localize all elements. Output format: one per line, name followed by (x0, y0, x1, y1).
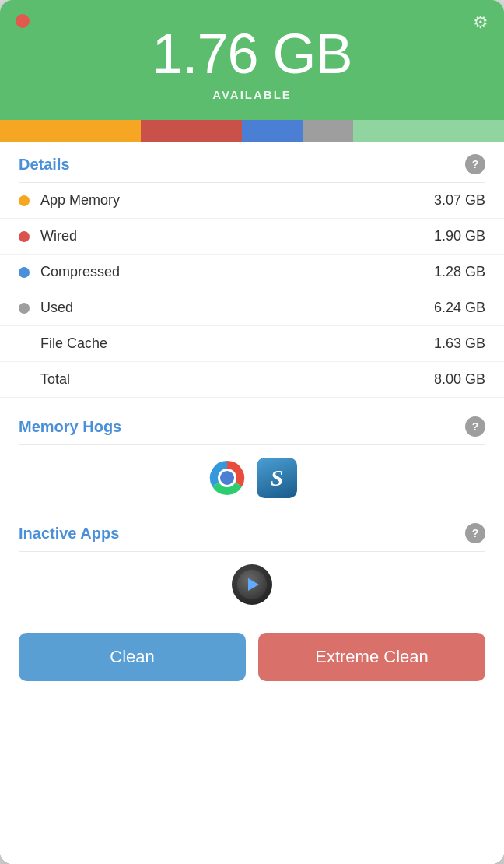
label-app-memory: App Memory (40, 192, 434, 209)
quicktime-play-triangle (248, 578, 259, 591)
memory-hogs-section: Memory Hogs ? (0, 404, 504, 511)
dot-used (19, 303, 30, 314)
label-file-cache: File Cache (40, 335, 434, 352)
value-app-memory: 3.07 GB (434, 192, 485, 209)
memory-bar (0, 120, 504, 142)
dot-app-memory (19, 195, 30, 206)
value-file-cache: 1.63 GB (434, 335, 485, 352)
memory-hogs-header: Memory Hogs ? (0, 404, 504, 444)
memory-hogs-title: Memory Hogs (19, 418, 121, 436)
inactive-apps-title: Inactive Apps (19, 525, 119, 543)
gear-icon[interactable]: ⚙ (473, 12, 488, 33)
available-label: AVAILABLE (16, 88, 488, 101)
memory-hogs-icons: S (0, 445, 504, 511)
detail-row-wired: Wired 1.90 GB (0, 219, 504, 255)
bar-compressed (242, 120, 303, 142)
detail-row-app-memory: App Memory 3.07 GB (0, 183, 504, 219)
sublime-text-icon[interactable]: S (257, 458, 297, 498)
inactive-apps-header: Inactive Apps ? (0, 511, 504, 551)
details-title: Details (19, 156, 70, 174)
details-help-icon[interactable]: ? (465, 154, 485, 174)
label-wired: Wired (40, 228, 434, 244)
value-compressed: 1.28 GB (434, 264, 485, 280)
main-window: ⚙ 1.76 GB AVAILABLE Details ? App Memory… (0, 0, 504, 864)
value-wired: 1.90 GB (434, 228, 485, 244)
extreme-clean-button[interactable]: Extreme Clean (258, 633, 485, 681)
dot-wired (19, 231, 30, 242)
svg-point-2 (220, 471, 234, 485)
bar-wired (141, 120, 242, 142)
traffic-light-close[interactable] (16, 14, 30, 28)
chrome-icon[interactable] (207, 458, 247, 498)
inactive-apps-help-icon[interactable]: ? (465, 523, 485, 543)
inactive-apps-icons (0, 552, 504, 617)
header-section: ⚙ 1.76 GB AVAILABLE (0, 0, 504, 120)
memory-hogs-help-icon[interactable]: ? (465, 416, 485, 437)
label-compressed: Compressed (40, 264, 434, 280)
value-used: 6.24 GB (434, 300, 485, 316)
label-used: Used (40, 300, 434, 316)
bar-available (353, 120, 504, 142)
content-area: Details ? App Memory 3.07 GB Wired 1.90 … (0, 142, 504, 864)
value-total: 8.00 GB (434, 371, 485, 388)
action-buttons-row: Clean Extreme Clean (0, 617, 504, 704)
details-section-header: Details ? (0, 142, 504, 182)
bar-used (303, 120, 353, 142)
quicktime-icon[interactable] (232, 564, 272, 605)
clean-button[interactable]: Clean (19, 633, 246, 681)
inactive-apps-section: Inactive Apps ? (0, 511, 504, 617)
detail-row-used: Used 6.24 GB (0, 290, 504, 326)
sublime-s-letter: S (271, 465, 284, 491)
quicktime-inner (237, 570, 267, 599)
dot-compressed (19, 267, 30, 278)
label-total: Total (40, 371, 434, 388)
bar-app-memory (0, 120, 141, 142)
detail-row-file-cache: File Cache 1.63 GB (0, 326, 504, 362)
available-memory-display: 1.76 GB (16, 23, 488, 85)
detail-row-compressed: Compressed 1.28 GB (0, 255, 504, 290)
detail-row-total: Total 8.00 GB (0, 362, 504, 398)
